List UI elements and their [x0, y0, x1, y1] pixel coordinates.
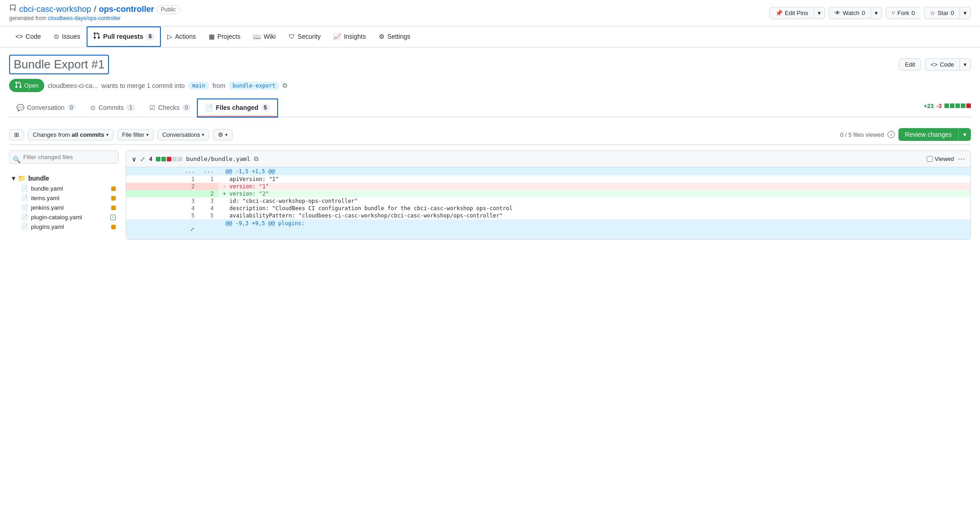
line-code-1: apiVersion: "1"	[218, 176, 970, 183]
line-old-6: 5	[126, 212, 199, 219]
tab-wiki[interactable]: 📖 Wiki	[247, 27, 282, 46]
gear-icon: ⚙	[218, 131, 223, 138]
tree-file-plugin-catalog[interactable]: 📄 plugin-catalog.yaml +	[18, 212, 119, 222]
changes-from-label: Changes from all commits	[33, 131, 104, 138]
watch-button-group: 👁 Watch 0 ▾	[829, 7, 882, 19]
file-icon-jenkins: 📄	[21, 204, 28, 211]
diff-stats: +23 -3	[923, 103, 971, 114]
commits-icon: ⊙	[90, 104, 96, 111]
diff-file-header-right: Viewed ⋯	[927, 155, 965, 163]
line-code-6: availabilityPattern: "cloudbees-ci-casc-…	[218, 212, 970, 219]
fork-button[interactable]: ⑂ Fork 0	[886, 7, 920, 19]
collapse-file-button[interactable]: ∨	[132, 155, 136, 163]
diff-line-4: 3 3 id: "cbci-casc-workshop-ops-controll…	[126, 197, 970, 205]
edit-pins-button[interactable]: 📌 Edit Pins	[769, 7, 814, 19]
file-options-button[interactable]: ⋯	[958, 155, 965, 163]
viewed-checkbox[interactable]: Viewed	[927, 155, 954, 162]
line-new-5: 4	[199, 205, 218, 212]
edit-pins-dropdown[interactable]: ▾	[814, 7, 825, 19]
diff-panel: ∨ ⤢ 4 bundle/bundle.yaml ⧉	[126, 150, 971, 240]
head-branch[interactable]: bundle-export	[229, 82, 279, 90]
tab-files-changed[interactable]: 📄 Files changed 5	[198, 99, 277, 117]
diff-file: ∨ ⤢ 4 bundle/bundle.yaml ⧉	[126, 150, 971, 240]
pr-number: #1	[92, 57, 105, 71]
review-changes-button[interactable]: Review changes	[898, 128, 958, 141]
viewed-label: Viewed	[935, 155, 954, 162]
hunk-expand-icon[interactable]: ⤢	[190, 226, 195, 232]
diff-toolbar-left: ⊞ Changes from all commits ▾ File filter…	[9, 129, 232, 140]
repo-name-link[interactable]: ops-controller	[99, 5, 154, 14]
line-old-1: 1	[126, 176, 199, 183]
pr-status-icon	[15, 81, 22, 90]
pr-status-text: Open	[24, 82, 39, 89]
star-dropdown[interactable]: ▾	[959, 7, 971, 19]
diff-bar-3	[955, 103, 960, 108]
tab-actions[interactable]: ▷ Actions	[161, 27, 202, 46]
search-icon: 🔍	[13, 156, 21, 163]
edit-title-button[interactable]: Edit	[899, 58, 921, 71]
code-dropdown[interactable]: ▾	[959, 58, 971, 71]
pr-meta: Open cloudbees-ci-ca... wants to merge 1…	[9, 79, 971, 92]
tree-folder-bundle[interactable]: ▾ 📁 bundle	[9, 173, 119, 184]
tab-pull-requests[interactable]: Pull requests 6	[87, 26, 161, 47]
star-button-group: ☆ Star 0 ▾	[924, 7, 971, 19]
file-bar-5	[178, 157, 182, 161]
file-dot-bundle	[111, 186, 116, 191]
diff-line-1: 1 1 apiVersion: "1"	[126, 176, 970, 183]
line-code-3: + version: "2"	[218, 190, 970, 197]
file-bar-1	[156, 157, 160, 161]
watch-dropdown[interactable]: ▾	[871, 7, 882, 19]
tree-file-plugins-yaml[interactable]: 📄 plugins.yaml	[18, 222, 119, 232]
file-dot-jenkins	[111, 206, 116, 210]
diff-line-5: 4 4 description: "CloudBees CI configura…	[126, 205, 970, 212]
copy-file-icon[interactable]: ⧉	[254, 155, 258, 163]
changes-from-button[interactable]: Changes from all commits ▾	[28, 129, 113, 140]
tab-insights[interactable]: 📈 Insights	[327, 27, 372, 46]
diff-bar-4	[961, 103, 965, 108]
conversation-count: 0	[67, 104, 76, 111]
tab-code[interactable]: <> Code	[9, 27, 47, 46]
tab-projects[interactable]: ▦ Projects	[202, 27, 247, 46]
copy-branch-icon[interactable]: ⧉	[283, 82, 287, 89]
code-dropdown-group: <> Code ▾	[925, 58, 971, 71]
repo-owner-link[interactable]: cbci-casc-workshop	[19, 5, 91, 14]
file-diff-bars	[156, 157, 182, 161]
tree-file-jenkins-yaml[interactable]: 📄 jenkins.yaml	[18, 203, 119, 212]
generated-from-link[interactable]: cloudbees-days/ops-controller	[48, 15, 121, 21]
tab-checks[interactable]: ☑ Checks 0	[142, 99, 198, 117]
tab-commits[interactable]: ⊙ Commits 1	[83, 99, 142, 117]
tab-issues[interactable]: ⊙ Issues	[47, 27, 87, 46]
review-changes-dropdown[interactable]: ▾	[958, 128, 971, 141]
gear-button[interactable]: ⚙ ▾	[213, 129, 232, 140]
diff-line-3: 2 + version: "2"	[126, 190, 970, 197]
watch-button[interactable]: 👁 Watch 0	[829, 7, 871, 19]
eye-icon: 👁	[835, 10, 841, 16]
fork-count: 0	[912, 10, 915, 16]
tab-security[interactable]: 🛡 Security	[282, 27, 327, 46]
info-icon[interactable]: i	[887, 131, 895, 138]
star-button[interactable]: ☆ Star 0	[924, 7, 959, 19]
pr-meta-text: wants to merge 1 commit into	[102, 82, 185, 89]
wiki-icon: 📖	[253, 33, 261, 40]
code-button[interactable]: <> Code	[925, 58, 959, 71]
viewed-checkbox-input[interactable]	[927, 156, 933, 162]
expand-tree-button[interactable]: ⊞	[9, 129, 24, 140]
file-icon-plugins: 📄	[21, 223, 28, 230]
line-old-4: 3	[126, 197, 199, 205]
file-icon-plugin-catalog: 📄	[21, 214, 28, 221]
repo-separator: /	[94, 5, 96, 14]
diff-file-header: ∨ ⤢ 4 bundle/bundle.yaml ⧉	[126, 151, 970, 167]
tree-files: 📄 bundle.yaml 📄 items.yaml 📄 jenkin	[9, 184, 119, 232]
file-search-input[interactable]	[9, 150, 119, 164]
tab-conversation[interactable]: 💬 Conversation 0	[9, 99, 83, 117]
diff-line-2: 2 - version: "1"	[126, 183, 970, 190]
tree-file-items-yaml[interactable]: 📄 items.yaml	[18, 193, 119, 203]
tree-file-bundle-yaml[interactable]: 📄 bundle.yaml	[18, 184, 119, 193]
file-tree: 🔍 ▾ 📁 bundle 📄 bundle.yaml 📄	[9, 150, 119, 240]
chevron-down-icon: ▾	[12, 175, 15, 182]
file-filter-button[interactable]: File filter ▾	[117, 129, 154, 140]
tab-settings[interactable]: ⚙ Settings	[372, 27, 417, 46]
conversations-button[interactable]: Conversations ▾	[157, 129, 209, 140]
base-branch[interactable]: main	[188, 82, 209, 90]
line-code-4: id: "cbci-casc-workshop-ops-controller"	[218, 197, 970, 205]
